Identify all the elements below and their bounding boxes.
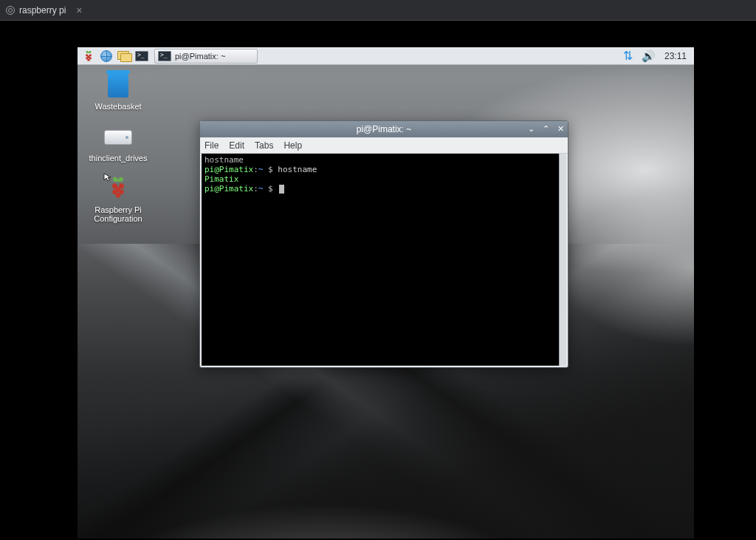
terminal-launcher-button[interactable] xyxy=(134,49,150,64)
window-controls: ⌄ ⌃ ✕ xyxy=(526,125,565,134)
taskbar-left: pi@Pimatix: ~ xyxy=(78,49,258,64)
prompt-path: ~ xyxy=(258,165,264,174)
browser-tab[interactable]: raspberry pi × xyxy=(0,0,89,20)
terminal-line-4: pi@Pimatix:~ $ xyxy=(205,184,563,194)
wastebasket-label: Wastebasket xyxy=(94,102,141,111)
browser-tab-label: raspberry pi xyxy=(19,5,66,16)
raspberry-pi-desktop[interactable]: pi@Pimatix: ~ ⇅ 🔊 23:11 Wastebasket thin… xyxy=(78,47,694,539)
menu-button[interactable] xyxy=(80,49,97,64)
folders-icon xyxy=(117,51,131,61)
mouse-cursor-icon xyxy=(103,173,112,182)
svg-point-11 xyxy=(116,193,121,198)
raspberry-pi-configuration-icon[interactable]: Raspberry Pi Configuration xyxy=(85,176,151,223)
terminal-line-2: pi@Pimatix:~ $ hostname xyxy=(205,165,563,174)
minimize-button[interactable]: ⌄ xyxy=(526,125,535,134)
drive-icon xyxy=(104,130,132,145)
terminal-scrollbar[interactable] xyxy=(559,154,566,366)
terminal-window[interactable]: pi@Pimatix: ~ ⌄ ⌃ ✕ File Edit Tabs Help … xyxy=(199,120,568,368)
prompt-user: pi@Pimatix xyxy=(205,165,253,174)
thinclient-drives-icon[interactable]: thinclient_drives xyxy=(85,124,151,163)
prompt-command: hostname xyxy=(278,165,317,174)
trash-icon xyxy=(108,74,128,98)
prompt-user: pi@Pimatix xyxy=(205,184,253,194)
browser-tabbar: raspberry pi × xyxy=(0,0,756,21)
terminal-icon xyxy=(158,51,171,61)
menu-file[interactable]: File xyxy=(205,140,219,151)
terminal-titlebar[interactable]: pi@Pimatix: ~ ⌄ ⌃ ✕ xyxy=(200,121,568,137)
thinclient-label: thinclient_drives xyxy=(89,154,148,163)
prompt-dollar: $ xyxy=(268,165,273,174)
volume-icon[interactable]: 🔊 xyxy=(642,50,656,61)
taskbar-app-label: pi@Pimatix: ~ xyxy=(175,52,225,61)
maximize-button[interactable]: ⌃ xyxy=(541,125,550,134)
raspberry-pi-logo-icon xyxy=(83,50,94,62)
terminal-menubar: File Edit Tabs Help xyxy=(200,137,568,154)
file-manager-button[interactable] xyxy=(116,49,132,64)
prompt-path: ~ xyxy=(258,184,264,194)
terminal-line-3: Pimatix xyxy=(205,174,563,184)
menu-edit[interactable]: Edit xyxy=(229,140,244,151)
wastebasket-icon[interactable]: Wastebasket xyxy=(85,72,151,111)
taskbar: pi@Pimatix: ~ ⇅ 🔊 23:11 xyxy=(78,47,694,65)
rpi-config-label: Raspberry Pi Configuration xyxy=(85,205,151,223)
taskbar-open-app[interactable]: pi@Pimatix: ~ xyxy=(154,49,258,64)
clock[interactable]: 23:11 xyxy=(664,51,687,61)
close-button[interactable]: ✕ xyxy=(556,125,565,134)
svg-point-5 xyxy=(87,58,89,61)
network-icon[interactable]: ⇅ xyxy=(623,50,633,62)
raspberry-config-icon xyxy=(106,176,130,202)
globe-icon xyxy=(100,50,112,62)
terminal-title: pi@Pimatix: ~ xyxy=(357,124,412,134)
prompt-dollar: $ xyxy=(268,184,273,194)
terminal-line-1: hostname xyxy=(205,155,563,165)
target-icon xyxy=(6,6,15,15)
tab-close-icon[interactable]: × xyxy=(76,5,82,16)
menu-tabs[interactable]: Tabs xyxy=(255,140,273,151)
terminal-cursor xyxy=(279,185,284,194)
taskbar-right: ⇅ 🔊 23:11 xyxy=(623,50,694,62)
prompt-sep: : xyxy=(253,165,258,174)
menu-help[interactable]: Help xyxy=(284,140,302,151)
prompt-sep: : xyxy=(253,184,258,194)
vnc-viewport: pi@Pimatix: ~ ⇅ 🔊 23:11 Wastebasket thin… xyxy=(0,21,756,540)
web-browser-button[interactable] xyxy=(98,49,114,64)
terminal-body[interactable]: hostname pi@Pimatix:~ $ hostname Pimatix… xyxy=(202,154,566,366)
terminal-icon xyxy=(135,51,148,61)
desktop-icons: Wastebasket thinclient_drives xyxy=(85,72,151,223)
